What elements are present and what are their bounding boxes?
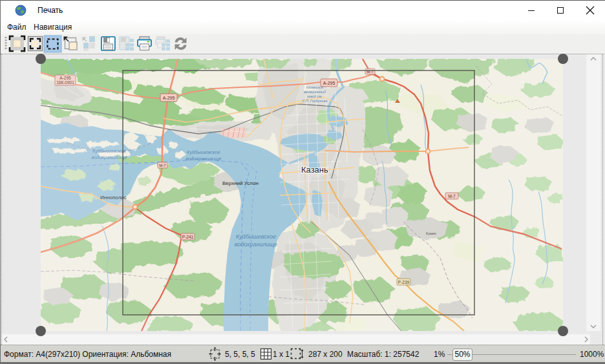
svg-text:Казань: Казань bbox=[301, 165, 328, 175]
svg-text:Верхний Услон: Верхний Услон bbox=[222, 180, 259, 186]
svg-text:Казанский: Казанский bbox=[306, 85, 323, 89]
svg-text:А-295: А-295 bbox=[163, 96, 175, 100]
svg-text:Куюки: Куюки bbox=[426, 231, 436, 235]
svg-text:М-7: М-7 bbox=[159, 164, 166, 167]
svg-text:Р-241: Р-241 bbox=[182, 235, 194, 239]
svg-text:Куйбышевское: Куйбышевское bbox=[236, 233, 276, 240]
svg-text:водохранилище: водохранилище bbox=[235, 241, 278, 248]
svg-text:завод им.: завод им. bbox=[306, 94, 323, 98]
svg-text:Р-239: Р-239 bbox=[398, 280, 410, 284]
svg-text:А-295: А-295 bbox=[323, 81, 335, 85]
svg-text:Куйбышевское: Куйбышевское bbox=[187, 149, 220, 155]
svg-text:С.П. Горбунова: С.П. Горбунова bbox=[302, 99, 328, 103]
svg-text:М-7: М-7 bbox=[448, 194, 456, 198]
svg-text:авиационный: авиационный bbox=[304, 90, 326, 94]
svg-text:водохранилище: водохранилище bbox=[186, 156, 221, 162]
